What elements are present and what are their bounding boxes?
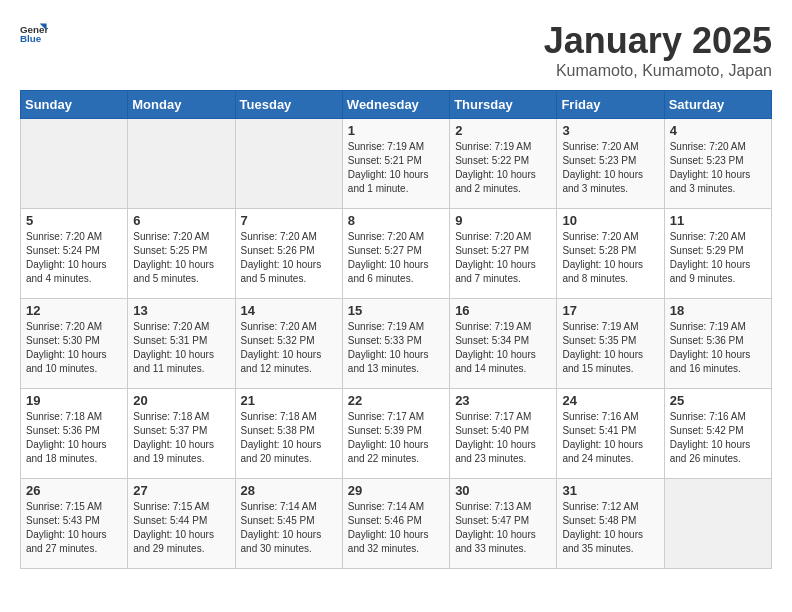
day-cell: 5 Sunrise: 7:20 AM Sunset: 5:24 PM Dayli… — [21, 209, 128, 299]
day-sunrise: Sunrise: 7:20 AM — [26, 231, 102, 242]
day-sunrise: Sunrise: 7:17 AM — [455, 411, 531, 422]
day-sunrise: Sunrise: 7:19 AM — [562, 321, 638, 332]
day-sunset: Sunset: 5:24 PM — [26, 245, 100, 256]
day-number: 22 — [348, 393, 444, 408]
day-sunrise: Sunrise: 7:19 AM — [455, 141, 531, 152]
day-sunset: Sunset: 5:21 PM — [348, 155, 422, 166]
day-daylight: Daylight: 10 hours and 19 minutes. — [133, 439, 214, 464]
day-sunset: Sunset: 5:27 PM — [455, 245, 529, 256]
day-number: 5 — [26, 213, 122, 228]
day-sunset: Sunset: 5:30 PM — [26, 335, 100, 346]
day-number: 7 — [241, 213, 337, 228]
day-number: 12 — [26, 303, 122, 318]
day-daylight: Daylight: 10 hours and 16 minutes. — [670, 349, 751, 374]
day-sunset: Sunset: 5:31 PM — [133, 335, 207, 346]
day-daylight: Daylight: 10 hours and 5 minutes. — [133, 259, 214, 284]
day-sunset: Sunset: 5:34 PM — [455, 335, 529, 346]
day-sunset: Sunset: 5:40 PM — [455, 425, 529, 436]
day-sunrise: Sunrise: 7:20 AM — [26, 321, 102, 332]
header-monday: Monday — [128, 91, 235, 119]
day-cell: 24 Sunrise: 7:16 AM Sunset: 5:41 PM Dayl… — [557, 389, 664, 479]
day-number: 18 — [670, 303, 766, 318]
day-sunrise: Sunrise: 7:19 AM — [455, 321, 531, 332]
day-number: 31 — [562, 483, 658, 498]
day-number: 4 — [670, 123, 766, 138]
location-title: Kumamoto, Kumamoto, Japan — [544, 62, 772, 80]
day-number: 15 — [348, 303, 444, 318]
weekday-header-row: Sunday Monday Tuesday Wednesday Thursday… — [21, 91, 772, 119]
day-cell: 30 Sunrise: 7:13 AM Sunset: 5:47 PM Dayl… — [450, 479, 557, 569]
day-daylight: Daylight: 10 hours and 9 minutes. — [670, 259, 751, 284]
day-sunrise: Sunrise: 7:15 AM — [133, 501, 209, 512]
header-friday: Friday — [557, 91, 664, 119]
day-sunset: Sunset: 5:39 PM — [348, 425, 422, 436]
day-cell: 19 Sunrise: 7:18 AM Sunset: 5:36 PM Dayl… — [21, 389, 128, 479]
day-cell — [21, 119, 128, 209]
day-number: 10 — [562, 213, 658, 228]
day-sunset: Sunset: 5:35 PM — [562, 335, 636, 346]
day-cell: 11 Sunrise: 7:20 AM Sunset: 5:29 PM Dayl… — [664, 209, 771, 299]
day-sunrise: Sunrise: 7:13 AM — [455, 501, 531, 512]
day-sunset: Sunset: 5:48 PM — [562, 515, 636, 526]
day-number: 20 — [133, 393, 229, 408]
day-sunrise: Sunrise: 7:19 AM — [348, 321, 424, 332]
day-cell: 21 Sunrise: 7:18 AM Sunset: 5:38 PM Dayl… — [235, 389, 342, 479]
day-number: 26 — [26, 483, 122, 498]
day-sunrise: Sunrise: 7:20 AM — [348, 231, 424, 242]
day-cell: 17 Sunrise: 7:19 AM Sunset: 5:35 PM Dayl… — [557, 299, 664, 389]
day-sunrise: Sunrise: 7:14 AM — [348, 501, 424, 512]
day-daylight: Daylight: 10 hours and 3 minutes. — [670, 169, 751, 194]
day-cell — [664, 479, 771, 569]
day-sunrise: Sunrise: 7:18 AM — [133, 411, 209, 422]
day-number: 9 — [455, 213, 551, 228]
header-thursday: Thursday — [450, 91, 557, 119]
day-sunrise: Sunrise: 7:17 AM — [348, 411, 424, 422]
day-sunrise: Sunrise: 7:15 AM — [26, 501, 102, 512]
day-daylight: Daylight: 10 hours and 29 minutes. — [133, 529, 214, 554]
header-wednesday: Wednesday — [342, 91, 449, 119]
day-daylight: Daylight: 10 hours and 35 minutes. — [562, 529, 643, 554]
day-cell: 8 Sunrise: 7:20 AM Sunset: 5:27 PM Dayli… — [342, 209, 449, 299]
day-sunrise: Sunrise: 7:16 AM — [670, 411, 746, 422]
header-sunday: Sunday — [21, 91, 128, 119]
day-daylight: Daylight: 10 hours and 13 minutes. — [348, 349, 429, 374]
day-cell: 14 Sunrise: 7:20 AM Sunset: 5:32 PM Dayl… — [235, 299, 342, 389]
day-cell: 9 Sunrise: 7:20 AM Sunset: 5:27 PM Dayli… — [450, 209, 557, 299]
day-daylight: Daylight: 10 hours and 14 minutes. — [455, 349, 536, 374]
day-sunset: Sunset: 5:46 PM — [348, 515, 422, 526]
day-sunrise: Sunrise: 7:19 AM — [670, 321, 746, 332]
day-number: 14 — [241, 303, 337, 318]
week-row-2: 5 Sunrise: 7:20 AM Sunset: 5:24 PM Dayli… — [21, 209, 772, 299]
day-cell: 10 Sunrise: 7:20 AM Sunset: 5:28 PM Dayl… — [557, 209, 664, 299]
day-daylight: Daylight: 10 hours and 12 minutes. — [241, 349, 322, 374]
day-number: 1 — [348, 123, 444, 138]
day-cell: 4 Sunrise: 7:20 AM Sunset: 5:23 PM Dayli… — [664, 119, 771, 209]
day-daylight: Daylight: 10 hours and 1 minute. — [348, 169, 429, 194]
day-sunset: Sunset: 5:38 PM — [241, 425, 315, 436]
day-number: 17 — [562, 303, 658, 318]
day-number: 23 — [455, 393, 551, 408]
day-number: 25 — [670, 393, 766, 408]
svg-text:Blue: Blue — [20, 33, 42, 44]
day-cell: 23 Sunrise: 7:17 AM Sunset: 5:40 PM Dayl… — [450, 389, 557, 479]
day-sunrise: Sunrise: 7:18 AM — [26, 411, 102, 422]
day-sunset: Sunset: 5:26 PM — [241, 245, 315, 256]
day-daylight: Daylight: 10 hours and 33 minutes. — [455, 529, 536, 554]
day-sunset: Sunset: 5:28 PM — [562, 245, 636, 256]
day-cell: 3 Sunrise: 7:20 AM Sunset: 5:23 PM Dayli… — [557, 119, 664, 209]
header: General Blue January 2025 Kumamoto, Kuma… — [20, 20, 772, 80]
day-sunrise: Sunrise: 7:20 AM — [670, 141, 746, 152]
day-sunrise: Sunrise: 7:19 AM — [348, 141, 424, 152]
day-sunrise: Sunrise: 7:20 AM — [241, 321, 317, 332]
day-sunset: Sunset: 5:29 PM — [670, 245, 744, 256]
day-number: 21 — [241, 393, 337, 408]
day-number: 27 — [133, 483, 229, 498]
day-sunset: Sunset: 5:45 PM — [241, 515, 315, 526]
day-number: 2 — [455, 123, 551, 138]
day-sunrise: Sunrise: 7:20 AM — [455, 231, 531, 242]
day-daylight: Daylight: 10 hours and 3 minutes. — [562, 169, 643, 194]
day-cell: 7 Sunrise: 7:20 AM Sunset: 5:26 PM Dayli… — [235, 209, 342, 299]
day-daylight: Daylight: 10 hours and 4 minutes. — [26, 259, 107, 284]
month-title: January 2025 — [544, 20, 772, 62]
day-number: 28 — [241, 483, 337, 498]
